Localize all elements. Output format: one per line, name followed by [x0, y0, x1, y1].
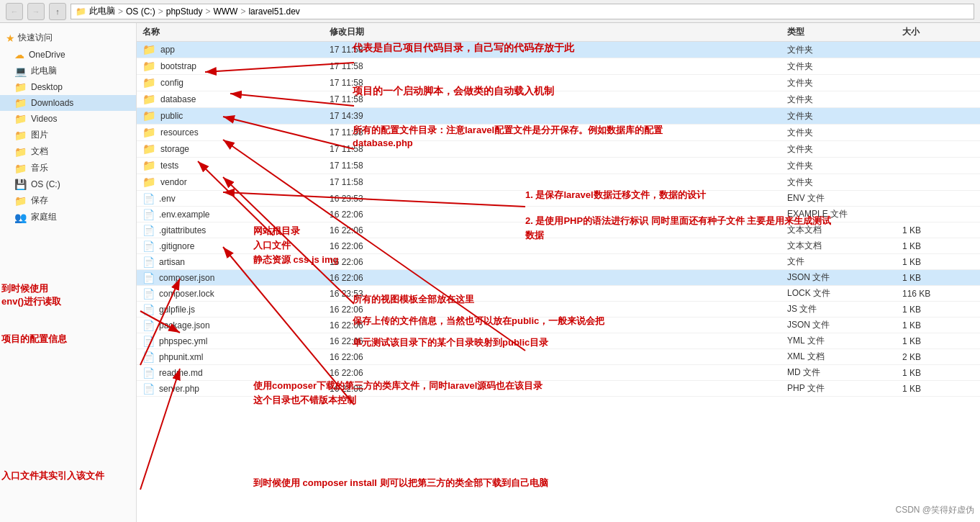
file-name-cell: 📄 artisan: [142, 256, 330, 268]
file-size: 1 KB: [902, 225, 974, 235]
file-type: 文件夹: [787, 176, 902, 189]
table-row[interactable]: 📁 tests 17 11:58 文件夹: [137, 158, 980, 174]
file-name: server.php: [159, 384, 199, 394]
table-row[interactable]: 📁 app 17 11:58 文件夹: [137, 42, 980, 58]
sidebar-item-homegroup[interactable]: 👥 家庭组: [0, 209, 136, 225]
sidebar: ★ 快速访问 ☁ OneDrive 💻 此电脑 📁 Desktop 📁 Down…: [0, 23, 137, 522]
table-row[interactable]: 📄 composer.lock 16 23:53 LOCK 文件 116 KB: [137, 286, 980, 302]
file-modified: 16 22:06: [330, 368, 787, 378]
file-type: JSON 文件: [787, 319, 902, 331]
folder-icon-desktop: 📁: [14, 81, 27, 93]
table-row[interactable]: 📁 config 17 11:58 文件夹: [137, 75, 980, 91]
table-row[interactable]: 📄 gulpfile.js 16 22:06 JS 文件 1 KB: [137, 302, 980, 318]
table-row[interactable]: 📄 .env.example 16 22:06 EXAMPLE 文件: [137, 207, 980, 222]
file-size: 1 KB: [902, 384, 974, 394]
table-row[interactable]: 📁 database 17 11:58 文件夹: [137, 91, 980, 108]
table-row[interactable]: 📄 .gitattributes 16 22:06 文本文档 1 KB: [137, 222, 980, 238]
file-modified: 16 22:06: [330, 352, 787, 362]
file-modified: 17 11:58: [330, 78, 787, 88]
folder-icon-downloads: 📁: [14, 97, 27, 109]
table-row[interactable]: 📄 phpspec.yml 16 22:06 YML 文件 1 KB: [137, 333, 980, 349]
file-type: JS 文件: [787, 303, 902, 315]
address-part-5: laravel51.dev: [248, 6, 299, 17]
back-button[interactable]: ←: [6, 3, 23, 20]
file-size: 2 KB: [902, 352, 974, 362]
up-button[interactable]: ↑: [49, 3, 66, 20]
file-size: 1 KB: [902, 336, 974, 346]
file-type: 文件夹: [787, 60, 902, 73]
file-icon: 📄: [142, 225, 155, 236]
file-name: public: [160, 111, 183, 121]
file-type: MD 文件: [787, 366, 902, 379]
file-name: package.json: [159, 320, 210, 330]
file-size: 1 KB: [902, 305, 974, 315]
table-row[interactable]: 📁 vendor 17 11:58 文件夹: [137, 174, 980, 191]
file-name: bootstrap: [160, 61, 196, 71]
pc-icon: 💻: [14, 66, 27, 77]
file-modified: 16 22:06: [330, 257, 787, 267]
folder-icon-music: 📁: [14, 163, 27, 174]
sidebar-item-thispc[interactable]: 💻 此电脑: [0, 63, 136, 79]
folder-icon: 📁: [142, 159, 156, 172]
sidebar-item-onedrive[interactable]: ☁ OneDrive: [0, 47, 136, 63]
sidebar-item-downloads[interactable]: 📁 Downloads: [0, 95, 136, 111]
file-type: 文件夹: [787, 143, 902, 156]
file-modified: 16 22:06: [330, 241, 787, 251]
table-row[interactable]: 📄 readme.md 16 22:06 MD 文件 1 KB: [137, 365, 980, 381]
sidebar-item-videos[interactable]: 📁 Videos: [0, 111, 136, 127]
quick-access-header[interactable]: ★ 快速访问: [0, 29, 136, 47]
file-name-cell: 📁 storage: [142, 143, 330, 156]
file-name-cell: 📄 server.php: [142, 383, 330, 395]
col-size: 大小: [902, 26, 974, 38]
file-name: .env.example: [159, 210, 209, 220]
sidebar-item-pictures[interactable]: 📁 图片: [0, 127, 136, 143]
sidebar-label-pictures: 图片: [31, 129, 48, 141]
file-icon: 📄: [142, 288, 155, 300]
file-size: 116 KB: [902, 289, 974, 299]
file-area: 名称 修改日期 类型 大小 📁 app 17 11:58 文件夹 📁 boots…: [137, 23, 980, 522]
file-icon: 📄: [142, 367, 155, 379]
table-row[interactable]: 📄 .env 16 23:53 ENV 文件: [137, 191, 980, 207]
table-row[interactable]: 📄 .gitignore 16 22:06 文本文档 1 KB: [137, 238, 980, 254]
file-name-cell: 📁 resources: [142, 126, 330, 139]
sidebar-item-music[interactable]: 📁 音乐: [0, 160, 136, 176]
folder-icon-videos: 📁: [14, 113, 27, 125]
table-row[interactable]: 📄 server.php 16 22:06 PHP 文件 1 KB: [137, 381, 980, 397]
file-name: database: [160, 94, 196, 104]
file-modified: 16 23:53: [330, 289, 787, 299]
sidebar-item-osdrive[interactable]: 💾 OS (C:): [0, 176, 136, 192]
table-row[interactable]: 📄 artisan 16 22:06 文件 1 KB: [137, 254, 980, 270]
file-name-cell: 📄 .env.example: [142, 209, 330, 220]
sidebar-item-desktop[interactable]: 📁 Desktop: [0, 79, 136, 95]
table-row[interactable]: 📁 bootstrap 17 11:58 文件夹: [137, 58, 980, 75]
col-modified: 修改日期: [330, 26, 787, 38]
file-size: 1 KB: [902, 368, 974, 378]
file-name: config: [160, 78, 183, 88]
file-name-cell: 📁 vendor: [142, 176, 330, 189]
file-modified: 17 11:58: [330, 61, 787, 71]
table-row[interactable]: 📄 composer.json 16 22:06 JSON 文件 1 KB: [137, 270, 980, 286]
sidebar-label-desktop: Desktop: [31, 82, 63, 92]
table-row[interactable]: 📁 storage 17 11:58 文件夹: [137, 141, 980, 158]
file-icon: 📄: [142, 272, 155, 284]
col-type: 类型: [787, 26, 902, 38]
file-name: phpunit.xml: [159, 352, 203, 362]
file-modified: 16 22:06: [330, 273, 787, 283]
file-modified: 16 22:06: [330, 225, 787, 235]
forward-button[interactable]: →: [27, 3, 45, 20]
address-bar[interactable]: 📁 此电脑 > OS (C:) > phpStudy > WWW > larav…: [71, 4, 974, 19]
file-type: 文件夹: [787, 110, 902, 122]
file-name-cell: 📁 config: [142, 76, 330, 89]
table-row[interactable]: 📄 package.json 16 22:06 JSON 文件 1 KB: [137, 318, 980, 333]
sidebar-item-save[interactable]: 📁 保存: [0, 192, 136, 209]
table-row[interactable]: 📁 resources 17 11:58 文件夹: [137, 125, 980, 141]
sidebar-label-save: 保存: [31, 194, 48, 207]
sidebar-label-videos: Videos: [31, 114, 57, 124]
table-row[interactable]: 📄 phpunit.xml 16 22:06 XML 文档 2 KB: [137, 349, 980, 365]
file-name: vendor: [160, 177, 187, 187]
file-icon: 📄: [142, 240, 155, 252]
folder-icon: 📁: [142, 109, 156, 122]
table-row[interactable]: 📁 public 17 14:39 文件夹: [137, 108, 980, 125]
sidebar-item-documents[interactable]: 📁 文档: [0, 143, 136, 160]
file-size: 1 KB: [902, 241, 974, 251]
